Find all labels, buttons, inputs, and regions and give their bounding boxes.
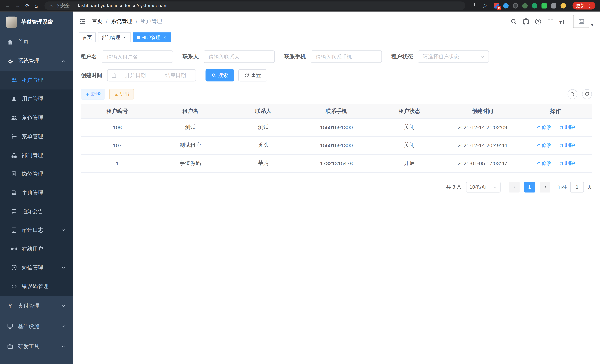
delete-label: 删除: [565, 142, 575, 149]
tab-home[interactable]: 首页: [79, 32, 96, 42]
sidebar-item-tenant[interactable]: 租户管理: [0, 71, 73, 90]
extension-icon[interactable]: [503, 3, 508, 9]
delete-link[interactable]: 删除: [559, 124, 575, 131]
create-time-range-picker[interactable]: 开始日期 - 结束日期: [107, 69, 196, 82]
sidebar-item-label: 用户管理: [22, 95, 43, 103]
end-date-placeholder[interactable]: 结束日期: [159, 72, 192, 79]
sidebar-item-label: 角色管理: [22, 114, 43, 121]
sidebar-item-payment[interactable]: ¥ 支付管理: [0, 296, 73, 316]
avatar[interactable]: [573, 15, 590, 28]
sidebar-item-dev-tools[interactable]: 研发工具: [0, 336, 73, 357]
tab-dept[interactable]: 部门管理 ×: [98, 32, 131, 42]
extension-icon[interactable]: 10: [494, 3, 499, 9]
col-header-contact: 联系人: [227, 104, 300, 118]
signal-icon: [11, 246, 17, 252]
address-bar[interactable]: ⚠ 不安全 | dashboard.yudao.iocoder.cn/syste…: [45, 1, 466, 10]
sidebar-item-post[interactable]: 岗位管理: [0, 165, 73, 183]
edit-link[interactable]: 修改: [536, 142, 552, 149]
help-icon[interactable]: [535, 18, 541, 25]
breadcrumb-item-home[interactable]: 首页: [92, 18, 103, 25]
sidebar-item-user[interactable]: 用户管理: [0, 90, 73, 108]
puzzle-extensions-icon[interactable]: [551, 3, 556, 9]
cell-tenant-id: 107: [81, 136, 154, 154]
sidebar-item-dept[interactable]: 部门管理: [0, 146, 73, 165]
page-number-button[interactable]: 1: [524, 182, 535, 192]
show-search-button[interactable]: [568, 89, 578, 99]
goto-page-input[interactable]: [570, 182, 584, 192]
sidebar-item-menu[interactable]: 菜单管理: [0, 127, 73, 146]
cell-phone: 15601691300: [300, 118, 373, 136]
sidebar-item-audit-log[interactable]: 审计日志: [0, 221, 73, 240]
search-icon[interactable]: [510, 18, 517, 25]
delete-label: 删除: [565, 124, 575, 131]
tenant-name-input[interactable]: [102, 50, 173, 63]
reload-button[interactable]: ⟳: [25, 3, 30, 9]
logo[interactable]: 芋道管理系统: [0, 11, 73, 32]
delete-link[interactable]: 删除: [559, 160, 575, 167]
breadcrumb-item-system[interactable]: 系统管理: [111, 18, 132, 25]
sidebar-item-error-code[interactable]: 错误码管理: [0, 277, 73, 296]
cell-created: 2021-12-14 20:49:44: [446, 136, 519, 154]
profile-avatar-icon[interactable]: [561, 3, 566, 9]
back-button[interactable]: ←: [5, 3, 10, 9]
url-text[interactable]: dashboard.yudao.iocoder.cn/system/tenant: [76, 3, 168, 9]
create-time-label: 创建时间: [81, 72, 102, 79]
sidebar-item-system[interactable]: 系统管理: [0, 52, 73, 71]
edit-link[interactable]: 修改: [536, 160, 552, 167]
sidebar-item-notice[interactable]: 通知公告: [0, 202, 73, 221]
tenant-name-label: 租户名: [81, 53, 97, 60]
start-date-placeholder[interactable]: 开始日期: [120, 72, 152, 79]
reset-button[interactable]: 重置: [238, 69, 267, 82]
extension-icon[interactable]: [522, 3, 528, 9]
tab-tenant[interactable]: 租户管理 ×: [133, 32, 171, 42]
contact-input[interactable]: [204, 50, 275, 63]
delete-link[interactable]: 删除: [559, 142, 575, 149]
export-button[interactable]: 导出: [110, 89, 134, 100]
fullscreen-icon[interactable]: [547, 18, 554, 25]
search-button[interactable]: 搜索: [206, 69, 234, 82]
cell-ops: 修改 删除: [519, 136, 592, 154]
sidebar-item-infra[interactable]: 基础设施: [0, 316, 73, 336]
search-button-label: 搜索: [218, 72, 228, 79]
tenant-status-select[interactable]: 请选择租户状态: [418, 50, 489, 63]
add-button[interactable]: 新增: [81, 89, 105, 100]
font-size-icon[interactable]: TT: [559, 19, 565, 24]
refresh-icon: [585, 92, 590, 96]
sidebar-toggle-icon[interactable]: [79, 18, 86, 25]
warning-icon: ⚠: [49, 3, 53, 8]
extension-icon[interactable]: [532, 3, 537, 9]
user-avatar-menu[interactable]: ▼: [573, 15, 594, 28]
prev-page-button[interactable]: [509, 182, 520, 192]
cell-contact: 秃头: [227, 136, 300, 154]
refresh-table-button[interactable]: [582, 89, 592, 99]
github-icon[interactable]: [523, 18, 529, 25]
search-icon: [212, 73, 216, 78]
sidebar-item-home[interactable]: 首页: [0, 32, 73, 52]
col-header-phone: 联系手机: [300, 104, 373, 118]
contact-phone-input[interactable]: [311, 50, 382, 63]
share-icon[interactable]: [472, 3, 477, 9]
extension-icon[interactable]: [541, 3, 547, 9]
sidebar-item-label: 系统管理: [18, 58, 39, 65]
org-tree-icon: [11, 152, 17, 158]
forward-button[interactable]: →: [15, 3, 20, 9]
browser-menu-icon[interactable]: ⋮: [587, 3, 592, 9]
close-icon[interactable]: ×: [162, 35, 167, 40]
sidebar-item-role[interactable]: 角色管理: [0, 108, 73, 127]
extension-icon[interactable]: [513, 3, 518, 9]
pencil-icon: [536, 143, 541, 148]
sidebar-item-label: 岗位管理: [22, 170, 43, 177]
sidebar-item-online-user[interactable]: 在线用户: [0, 240, 73, 258]
sidebar-item-label: 研发工具: [18, 343, 39, 350]
sidebar-item-sms[interactable]: 短信管理: [0, 258, 73, 277]
update-button[interactable]: 更新⋮: [572, 2, 596, 9]
security-label[interactable]: 不安全: [56, 2, 70, 9]
next-page-button[interactable]: [540, 182, 550, 192]
bookmark-star-icon[interactable]: ☆: [482, 3, 487, 9]
close-icon[interactable]: ×: [122, 35, 127, 40]
edit-link[interactable]: 修改: [536, 124, 552, 131]
home-button[interactable]: ⌂: [35, 3, 38, 9]
page-size-select[interactable]: 10条/页: [466, 182, 501, 192]
sidebar-item-label: 首页: [18, 38, 29, 46]
sidebar-item-dict[interactable]: 字典管理: [0, 183, 73, 202]
